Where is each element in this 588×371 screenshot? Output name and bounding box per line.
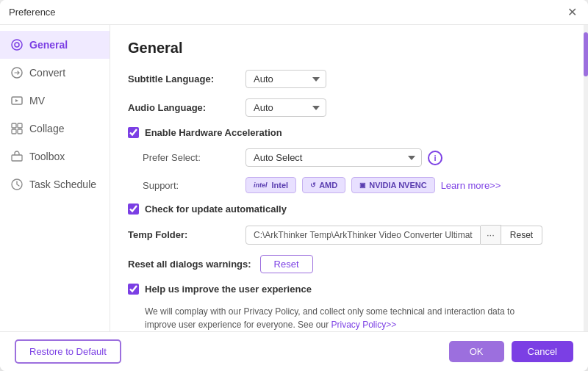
prefer-select-label: Prefer Select: xyxy=(128,152,245,163)
sidebar-label-collage: Collage xyxy=(29,123,64,134)
support-row: Support: intel Intel ↺ AMD ▣ NVIDIA NVEN… xyxy=(128,177,570,193)
footer-right: OK Cancel xyxy=(449,341,573,362)
content-area: General Subtitle Language: Auto Audio La… xyxy=(110,25,588,331)
temp-folder-input[interactable] xyxy=(245,226,481,245)
restore-default-button[interactable]: Restore to Default xyxy=(15,339,121,364)
intel-icon-svg: intel xyxy=(254,181,268,189)
window-title: Preference xyxy=(9,7,56,18)
help-improve-checkbox[interactable] xyxy=(128,284,139,295)
svg-rect-7 xyxy=(18,129,22,134)
learn-more-link[interactable]: Learn more>> xyxy=(441,180,501,191)
privacy-policy-link[interactable]: Privacy Policy>> xyxy=(331,320,396,330)
sidebar-item-task-schedule[interactable]: Task Schedule xyxy=(0,170,110,198)
nvidia-chip-label: NVIDIA NVENC xyxy=(369,181,426,190)
convert-icon xyxy=(10,66,24,79)
ok-button[interactable]: OK xyxy=(449,341,504,362)
privacy-text-block: We will complay with our Privacy Policy,… xyxy=(145,305,527,331)
intel-chip-label: Intel xyxy=(272,181,289,190)
svg-rect-6 xyxy=(12,129,16,134)
sidebar-label-convert: Convert xyxy=(29,67,65,79)
amd-icon-svg: ↺ xyxy=(310,181,316,189)
title-bar: Preference ✕ xyxy=(0,0,588,25)
temp-folder-row: Temp Folder: ··· Reset xyxy=(128,225,570,245)
sidebar-label-task-schedule: Task Schedule xyxy=(29,179,96,190)
preference-window: Preference ✕ General xyxy=(0,0,588,371)
help-improve-label[interactable]: Help us improve the user experience xyxy=(145,284,312,295)
audio-language-label: Audio Language: xyxy=(128,102,245,113)
svg-rect-8 xyxy=(12,155,22,161)
nvidia-icon-svg: ▣ xyxy=(359,181,366,189)
privacy-text: We will complay with our Privacy Policy,… xyxy=(145,306,514,330)
sidebar-item-convert[interactable]: Convert xyxy=(0,59,110,87)
prefer-select-dropdown[interactable]: Auto Select xyxy=(245,148,422,167)
subtitle-language-select[interactable]: Auto xyxy=(245,70,326,88)
check-update-label[interactable]: Check for update automatically xyxy=(145,203,287,215)
support-label: Support: xyxy=(128,180,245,191)
svg-point-0 xyxy=(12,40,22,50)
support-chips: intel Intel ↺ AMD ▣ NVIDIA NVENC Learn m… xyxy=(245,177,501,193)
close-button[interactable]: ✕ xyxy=(564,5,579,20)
check-update-row: Check for update automatically xyxy=(128,203,570,215)
sidebar-item-mv[interactable]: MV xyxy=(0,87,110,115)
sidebar: General Convert MV xyxy=(0,25,110,331)
sidebar-item-general[interactable]: General xyxy=(0,31,110,59)
cancel-button[interactable]: Cancel xyxy=(512,341,573,362)
check-update-checkbox[interactable] xyxy=(128,203,139,215)
audio-language-row: Audio Language: Auto xyxy=(128,98,570,117)
temp-folder-label: Temp Folder: xyxy=(128,229,245,240)
svg-point-1 xyxy=(15,43,19,47)
amd-chip-label: AMD xyxy=(319,181,337,190)
toolbox-icon xyxy=(10,150,24,163)
scroll-thumb[interactable] xyxy=(584,32,588,76)
reset-dialogs-label: Reset all dialogs warnings: xyxy=(128,259,251,270)
amd-chip: ↺ AMD xyxy=(302,177,345,193)
sidebar-label-toolbox: Toolbox xyxy=(29,151,65,162)
nvidia-chip: ▣ NVIDIA NVENC xyxy=(351,177,434,193)
reset-dialogs-row: Reset all dialogs warnings: Reset xyxy=(128,255,570,273)
info-icon[interactable]: i xyxy=(428,151,442,165)
svg-rect-4 xyxy=(12,123,16,128)
hardware-accel-checkbox[interactable] xyxy=(128,127,139,138)
hardware-accel-row: Enable Hardware Acceleration xyxy=(128,127,570,138)
audio-language-select[interactable]: Auto xyxy=(245,98,326,117)
main-content: General Convert MV xyxy=(0,25,588,331)
sidebar-label-mv: MV xyxy=(29,95,45,107)
sidebar-item-collage[interactable]: Collage xyxy=(0,115,110,143)
mv-icon xyxy=(10,94,24,107)
scrollbar xyxy=(584,25,588,331)
svg-rect-5 xyxy=(18,123,22,128)
prefer-select-row: Prefer Select: Auto Select i xyxy=(128,148,570,167)
page-title: General xyxy=(128,40,570,57)
subtitle-language-row: Subtitle Language: Auto xyxy=(128,70,570,88)
hardware-accel-label[interactable]: Enable Hardware Acceleration xyxy=(145,127,282,138)
collage-icon xyxy=(10,122,24,135)
temp-reset-button[interactable]: Reset xyxy=(501,226,542,245)
intel-chip: intel Intel xyxy=(245,177,296,193)
sidebar-label-general: General xyxy=(29,39,68,51)
task-schedule-icon xyxy=(10,178,24,191)
subtitle-language-label: Subtitle Language: xyxy=(128,73,245,84)
footer: Restore to Default OK Cancel xyxy=(0,331,588,371)
help-improve-row: Help us improve the user experience xyxy=(128,284,570,295)
general-icon xyxy=(10,38,24,51)
dots-button[interactable]: ··· xyxy=(481,225,501,245)
sidebar-item-toolbox[interactable]: Toolbox xyxy=(0,143,110,170)
reset-dialogs-button[interactable]: Reset xyxy=(260,255,313,273)
